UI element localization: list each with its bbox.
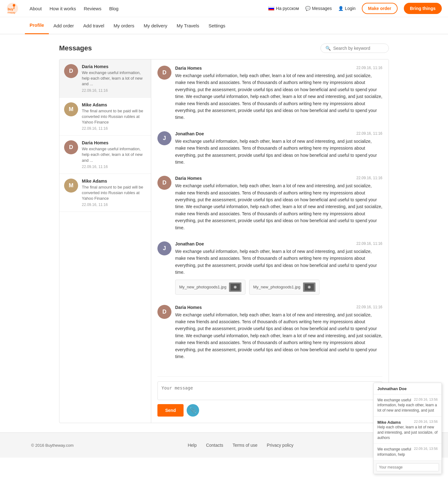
chat-message-header: D Daria Homes 22.09.16, 11:16 We exchang… bbox=[157, 305, 382, 360]
user-icon: 👤 bbox=[338, 6, 343, 11]
svg-point-10 bbox=[308, 286, 310, 288]
sender-name: Daria Homes bbox=[82, 64, 146, 69]
nav-my-orders[interactable]: My orders bbox=[109, 17, 139, 34]
avatar: J bbox=[157, 131, 171, 145]
footer-privacy[interactable]: Privacy policy bbox=[267, 443, 294, 448]
bring-things-button[interactable]: Bring things bbox=[404, 3, 442, 14]
nav-reviews[interactable]: Reviews bbox=[84, 6, 101, 11]
chat-name-time: Jonathan Doe 22.09.16, 11:16 bbox=[175, 131, 382, 136]
footer-help[interactable]: Help bbox=[188, 443, 197, 448]
avatar: D bbox=[157, 66, 171, 80]
login-button[interactable]: 👤 Login bbox=[338, 6, 356, 11]
sender-name: Daria Homes bbox=[82, 140, 146, 145]
chat-message-header: J Jonathan Doe 22.09.16, 11:16 We exchan… bbox=[157, 131, 382, 166]
chat-name-time: Daria Homes 22.09.16, 11:16 bbox=[175, 305, 382, 310]
chat-name-time: Daria Homes 22.09.16, 11:16 bbox=[175, 176, 382, 181]
compose-area: Send 📎 bbox=[157, 376, 382, 417]
nav-how-it-works[interactable]: How it works bbox=[49, 6, 76, 11]
chat-message: D Daria Homes 22.09.16, 11:16 We exchang… bbox=[157, 176, 382, 234]
attachment-name: My_new_photogoods1.jpg bbox=[253, 285, 301, 289]
chat-timestamp: 22.09.16, 11:16 bbox=[357, 176, 382, 181]
chat-text: We exchange useful information, help eac… bbox=[175, 138, 382, 166]
svg-text:buy: buy bbox=[8, 7, 13, 11]
chat-meta: Daria Homes 22.09.16, 11:16 We exchange … bbox=[175, 305, 382, 360]
copyright: © 2016 Buytheway.com bbox=[31, 443, 74, 448]
page-title: Messages bbox=[59, 44, 92, 52]
preview-time: 22.09.16, 11:16 bbox=[82, 88, 146, 93]
nav-my-travels[interactable]: My Travels bbox=[172, 17, 204, 34]
chat-area: D Daria Homes 22.09.16, 11:16 We exchang… bbox=[151, 59, 389, 423]
chat-meta: Daria Homes 22.09.16, 11:16 We exchange … bbox=[175, 66, 382, 121]
chat-sender-name: Daria Homes bbox=[175, 176, 202, 181]
chat-icon: 💬 bbox=[305, 6, 310, 11]
popup-message-item[interactable]: 22.09.16, 13:56 We exchange useful infor… bbox=[374, 394, 441, 417]
chat-timestamp: 22.09.16, 11:16 bbox=[357, 305, 382, 310]
logo[interactable]: buy theway bbox=[6, 2, 20, 15]
list-item[interactable]: M Mike Adams The final amount to be paid… bbox=[59, 98, 151, 136]
nav-blog[interactable]: Blog bbox=[109, 6, 119, 11]
main-content: Messages 🔍 D Daria Homes We exchange use… bbox=[53, 44, 395, 423]
avatar: D bbox=[64, 64, 78, 78]
chat-message-header: J Jonathan Doe 22.09.16, 11:16 We exchan… bbox=[157, 241, 382, 295]
avatar: M bbox=[64, 179, 78, 193]
chat-message: D Daria Homes 22.09.16, 11:16 We exchang… bbox=[157, 305, 382, 363]
preview-text: The final amount to be paid will be conv… bbox=[82, 184, 146, 202]
chat-message: J Jonathan Doe 22.09.16, 11:16 We exchan… bbox=[157, 241, 382, 297]
chat-sender-name: Daria Homes bbox=[175, 305, 202, 310]
list-item[interactable]: D Daria Homes We exchange useful informa… bbox=[59, 136, 151, 174]
avatar: J bbox=[157, 241, 171, 255]
chat-text: We exchange useful information, help eac… bbox=[175, 248, 382, 276]
chat-attachments: My_new_photogoods1.jpg bbox=[175, 280, 382, 295]
chat-meta: Jonathan Doe 22.09.16, 11:16 We exchange… bbox=[175, 131, 382, 166]
chat-name-time: Daria Homes 22.09.16, 11:16 bbox=[175, 66, 382, 71]
nav-profile[interactable]: Profile bbox=[25, 17, 49, 34]
compose-input[interactable] bbox=[157, 381, 382, 400]
attachment-thumbnail bbox=[229, 282, 241, 292]
nav-my-delivery[interactable]: My delivery bbox=[139, 17, 172, 34]
chat-meta: Jonathan Doe 22.09.16, 11:16 We exchange… bbox=[175, 241, 382, 295]
attachment-thumbnail bbox=[303, 282, 315, 292]
search-icon: 🔍 bbox=[325, 46, 331, 51]
language-switcher[interactable]: На русском bbox=[268, 6, 299, 11]
popup-message-item[interactable]: Mike Adams 22.09.16, 13:56 Help each oth… bbox=[374, 417, 441, 444]
top-nav: buy theway About How it works Reviews Bl… bbox=[0, 0, 448, 17]
attachment-name: My_new_photogoods1.jpg bbox=[179, 285, 226, 289]
paperclip-icon: 📎 bbox=[189, 407, 196, 414]
search-input[interactable] bbox=[333, 46, 384, 51]
chat-name-time: Jonathan Doe 22.09.16, 11:16 bbox=[175, 241, 382, 246]
preview-text: We exchange useful information, help eac… bbox=[82, 146, 146, 163]
footer-contacts[interactable]: Contacts bbox=[206, 443, 223, 448]
preview-text: We exchange useful information, help eac… bbox=[82, 70, 146, 87]
list-item[interactable]: D Daria Homes We exchange useful informa… bbox=[59, 59, 151, 98]
popup-message-item[interactable]: 22.09.16, 13:56 We exchange useful infor… bbox=[374, 444, 441, 458]
attach-button[interactable]: 📎 bbox=[187, 404, 199, 417]
popup-sender-name: Mike Adams bbox=[377, 420, 401, 425]
send-button[interactable]: Send bbox=[157, 404, 184, 417]
chat-sender-name: Jonathan Doe bbox=[175, 131, 204, 136]
make-order-button[interactable]: Make order bbox=[362, 3, 398, 14]
search-box[interactable]: 🔍 bbox=[320, 44, 389, 53]
chat-meta: Daria Homes 22.09.16, 11:16 We exchange … bbox=[175, 176, 382, 231]
chat-message-header: D Daria Homes 22.09.16, 11:16 We exchang… bbox=[157, 66, 382, 121]
chat-text: We exchange useful information, help eac… bbox=[175, 72, 382, 121]
lang-label: На русском bbox=[276, 6, 299, 11]
attachment-item[interactable]: My_new_photogoods1.jpg bbox=[175, 280, 245, 295]
chat-message: D Daria Homes 22.09.16, 11:16 We exchang… bbox=[157, 66, 382, 124]
nav-settings[interactable]: Settings bbox=[204, 17, 230, 34]
nav-add-order[interactable]: Add order bbox=[49, 17, 79, 34]
nav-add-travel[interactable]: Add travel bbox=[79, 17, 109, 34]
avatar: M bbox=[64, 102, 78, 116]
footer-terms[interactable]: Terms of use bbox=[232, 443, 257, 448]
chat-timestamp: 22.09.16, 11:16 bbox=[357, 241, 382, 246]
messages-sidebar: D Daria Homes We exchange useful informa… bbox=[59, 59, 151, 423]
svg-text:theway: theway bbox=[7, 11, 15, 14]
preview-time: 22.09.16, 11:16 bbox=[82, 126, 146, 131]
nav-about[interactable]: About bbox=[30, 6, 42, 11]
messages-link[interactable]: 💬 Messages bbox=[305, 6, 332, 11]
list-item[interactable]: M Mike Adams The final amount to be paid… bbox=[59, 174, 151, 212]
message-preview: Daria Homes We exchange useful informati… bbox=[82, 140, 146, 169]
messages-layout: D Daria Homes We exchange useful informa… bbox=[59, 59, 389, 423]
preview-time: 22.09.16, 11:16 bbox=[82, 203, 146, 207]
message-preview: Daria Homes We exchange useful informati… bbox=[82, 64, 146, 93]
attachment-item[interactable]: My_new_photogoods1.jpg bbox=[249, 280, 320, 295]
